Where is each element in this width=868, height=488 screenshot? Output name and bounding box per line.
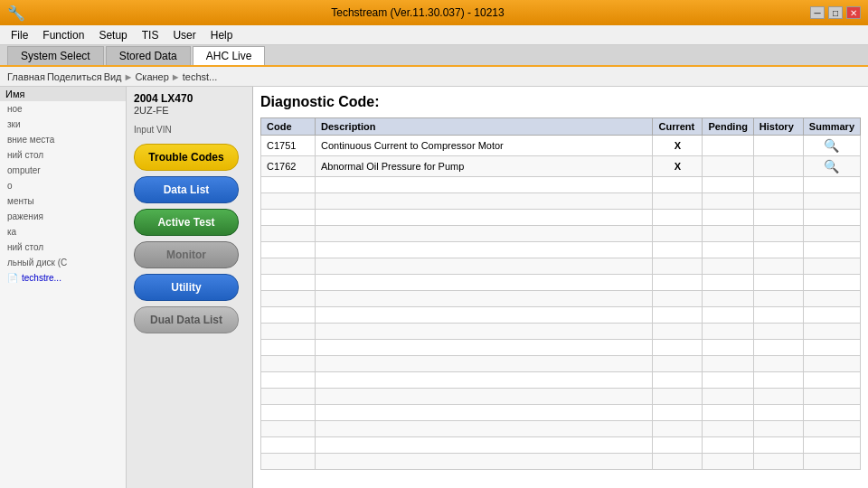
magnify-icon[interactable]: 🔍	[803, 136, 860, 156]
cell-empty	[753, 421, 803, 437]
cell-empty	[316, 340, 653, 356]
cell-empty	[753, 340, 803, 356]
cell-empty	[653, 454, 703, 470]
sidebar-item-desktop[interactable]: ний стол	[0, 147, 126, 163]
breadcrumb-part[interactable]: techst...	[183, 71, 218, 82]
cell-empty	[753, 275, 803, 291]
cell-history	[753, 136, 803, 156]
input-vin-label: Input VIN	[134, 125, 245, 135]
cell-empty	[703, 421, 753, 437]
cell-empty	[703, 226, 753, 242]
main-layout: Имя ное зки вние места ний стол omputer …	[0, 87, 868, 488]
menu-item-setup[interactable]: Setup	[91, 27, 134, 43]
col-header-pending: Pending	[703, 118, 753, 136]
cell-empty	[803, 307, 860, 324]
cell-current: X	[653, 156, 703, 177]
vehicle-info: 2004 LX470 2UZ-FE	[134, 92, 245, 116]
sidebar-item-ka[interactable]: ка	[0, 224, 126, 239]
cell-empty	[653, 291, 703, 307]
cell-empty	[316, 226, 653, 242]
cell-history	[753, 156, 803, 177]
sidebar-item-drive[interactable]: льный диск (С	[0, 255, 126, 270]
content-area: Diagnostic Code: Code Description Curren…	[253, 87, 868, 488]
nav-tab-ahc-live[interactable]: AHC Live	[193, 46, 266, 65]
sidebar-item-images[interactable]: ражения	[0, 209, 126, 224]
left-panel: 2004 LX470 2UZ-FE Input VIN Trouble Code…	[127, 87, 253, 488]
app-icon: 🔧	[7, 5, 25, 22]
menu-item-tis[interactable]: TIS	[135, 27, 166, 43]
cell-empty	[261, 275, 316, 291]
close-btn[interactable]: ✕	[846, 6, 861, 19]
cell-empty	[753, 307, 803, 324]
cell-empty	[261, 226, 316, 242]
sidebar-item-o[interactable]: о	[0, 178, 126, 193]
sidebar-item-computer[interactable]: omputer	[0, 163, 126, 178]
sidebar-item-zki[interactable]: зки	[0, 117, 126, 132]
breadcrumb-part: ►	[171, 71, 181, 82]
cell-empty	[803, 275, 860, 291]
nav-tab-system-select[interactable]: System Select	[7, 46, 104, 65]
magnify-icon[interactable]: 🔍	[803, 156, 860, 177]
cell-empty	[803, 324, 860, 340]
menu-item-function[interactable]: Function	[35, 27, 91, 43]
title-bar: 🔧 Techstream (Ver.11.30.037) - 10213 ─ □…	[0, 0, 868, 25]
cell-description: Abnormal Oil Pressure for Pump	[316, 156, 653, 177]
table-row-empty	[261, 210, 861, 226]
cell-empty	[703, 291, 753, 307]
breadcrumb-part[interactable]: Вид	[104, 71, 122, 82]
cell-empty	[261, 307, 316, 324]
menu-item-help[interactable]: Help	[203, 27, 241, 43]
cell-empty	[803, 405, 860, 421]
title-bar-controls: ─ □ ✕	[810, 6, 861, 19]
cell-empty	[316, 372, 653, 389]
cell-empty	[753, 193, 803, 210]
sidebar-item-none[interactable]: ное	[0, 101, 126, 117]
cell-empty	[316, 193, 653, 210]
sidebar-item-desktop2[interactable]: ний стол	[0, 239, 126, 255]
cell-empty	[261, 389, 316, 405]
maximize-btn[interactable]: □	[828, 6, 843, 19]
sidebar-item-places[interactable]: вние места	[0, 132, 126, 147]
cell-empty	[803, 372, 860, 389]
active-test-btn[interactable]: Active Test	[134, 209, 239, 236]
cell-empty	[261, 210, 316, 226]
table-row-empty	[261, 356, 861, 372]
nav-tab-stored-data[interactable]: Stored Data	[106, 46, 191, 65]
cell-empty	[653, 324, 703, 340]
cell-empty	[261, 405, 316, 421]
table-row-empty	[261, 226, 861, 242]
cell-empty	[703, 242, 753, 258]
sidebar-item-docs[interactable]: менты	[0, 193, 126, 209]
file-label: techstre...	[22, 273, 61, 283]
table-row-empty	[261, 177, 861, 193]
cell-empty	[703, 210, 753, 226]
cell-empty	[261, 193, 316, 210]
cell-empty	[261, 421, 316, 437]
cell-empty	[316, 210, 653, 226]
cell-code: C1751	[261, 136, 316, 156]
cell-empty	[753, 405, 803, 421]
cell-empty	[753, 389, 803, 405]
vehicle-model: 2004 LX470	[134, 92, 245, 105]
cell-empty	[653, 210, 703, 226]
vehicle-engine: 2UZ-FE	[134, 105, 245, 116]
trouble-codes-btn[interactable]: Trouble Codes	[134, 144, 239, 171]
table-container[interactable]: Code Description Current Pending History…	[260, 117, 861, 479]
sidebar-file-item[interactable]: 📄 techstre...	[0, 270, 126, 286]
breadcrumb-part[interactable]: Сканер	[135, 71, 168, 82]
dual-data-list-btn[interactable]: Dual Data List	[134, 306, 239, 333]
menu-item-user[interactable]: User	[165, 27, 203, 43]
cell-pending	[703, 136, 753, 156]
cell-empty	[316, 242, 653, 258]
cell-empty	[316, 324, 653, 340]
minimize-btn[interactable]: ─	[810, 6, 825, 19]
table-row-empty	[261, 437, 861, 454]
breadcrumb-part[interactable]: Главная	[7, 71, 45, 82]
table-row-empty	[261, 242, 861, 258]
cell-empty	[753, 437, 803, 454]
utility-btn[interactable]: Utility	[134, 274, 239, 301]
menu-item-file[interactable]: File	[4, 27, 35, 43]
data-list-btn[interactable]: Data List	[134, 176, 239, 203]
monitor-btn[interactable]: Monitor	[134, 241, 239, 268]
cell-empty	[653, 421, 703, 437]
